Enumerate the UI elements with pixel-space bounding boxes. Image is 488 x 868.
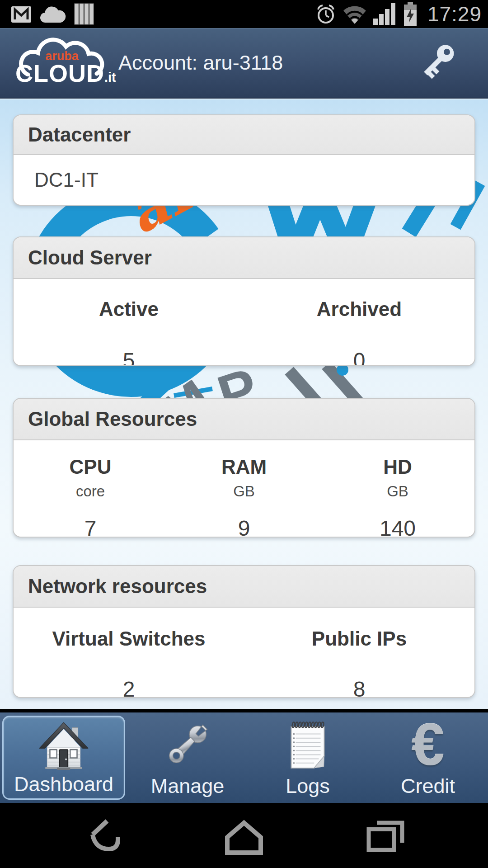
global-resources-card: Global Resources CPU core 7 RAM GB 9 HD …	[13, 398, 475, 538]
stat-archived-value: 0	[244, 349, 474, 366]
system-icons: 17:29	[315, 2, 482, 26]
gmail-icon	[11, 4, 32, 24]
notepad-icon	[285, 719, 330, 770]
datacenter-card-title: Datacenter	[14, 115, 474, 155]
stat-archived: Archived 0	[244, 298, 474, 365]
stat-ram: RAM GB 9	[167, 456, 321, 537]
back-icon	[84, 817, 133, 855]
aruba-cloud-logo: aruba CLOUD.it	[15, 33, 112, 93]
logo-word-text: CLOUD	[15, 59, 104, 87]
tab-logs[interactable]: Logs	[248, 712, 368, 803]
notification-icons	[11, 3, 95, 25]
signal-icon	[373, 3, 397, 25]
euro-icon: €	[411, 715, 444, 774]
status-bar: 17:29	[0, 0, 488, 28]
stat-virtual-switches-value: 2	[14, 677, 244, 698]
battery-charging-icon	[403, 2, 418, 26]
wrench-icon	[162, 719, 213, 770]
alarm-icon	[315, 4, 336, 24]
house-icon	[38, 719, 89, 771]
tab-credit[interactable]: € Credit	[368, 712, 488, 803]
stat-active-label: Active	[14, 298, 244, 321]
recents-icon	[361, 817, 411, 855]
tab-logs-label: Logs	[286, 775, 330, 797]
network-resources-card: Network resources Virtual Switches 2 Pub…	[13, 565, 475, 698]
tab-bar: Dashboard Ma	[0, 709, 488, 803]
tab-manage-label: Manage	[151, 775, 225, 797]
tab-credit-label: Credit	[401, 775, 455, 797]
dashboard-content: aruba M P Datacenter DC1-IT Cloud Server	[0, 99, 488, 709]
key-icon	[415, 40, 460, 85]
stat-cpu: CPU core 7	[14, 456, 167, 537]
stat-hd-value: 140	[321, 516, 474, 538]
network-resources-card-title: Network resources	[14, 566, 474, 608]
tab-dashboard-label: Dashboard	[14, 773, 113, 796]
status-time: 17:29	[427, 2, 482, 26]
tab-manage[interactable]: Manage	[127, 712, 248, 803]
logo-tld-text: .it	[104, 70, 116, 85]
stat-public-ips: Public IPs 8	[244, 627, 474, 697]
home-icon	[219, 817, 269, 855]
datacenter-row[interactable]: DC1-IT	[14, 155, 474, 205]
home-button[interactable]	[217, 816, 271, 857]
stat-cpu-value: 7	[14, 516, 167, 538]
app-header: aruba CLOUD.it Account: aru-3118	[0, 28, 488, 99]
stat-public-ips-value: 8	[244, 677, 474, 698]
key-button[interactable]	[414, 39, 461, 86]
stat-cpu-label: CPU	[14, 456, 167, 478]
android-nav-bar	[0, 803, 488, 868]
stat-hd: HD GB 140	[321, 456, 474, 537]
back-button[interactable]	[81, 816, 136, 857]
stat-active-value: 5	[14, 349, 244, 366]
stat-virtual-switches-label: Virtual Switches	[14, 627, 244, 650]
tab-dashboard[interactable]: Dashboard	[2, 716, 125, 800]
recents-button[interactable]	[359, 816, 413, 857]
wifi-icon	[343, 4, 367, 24]
stat-cpu-unit: core	[14, 483, 167, 500]
stat-active: Active 5	[14, 298, 244, 365]
datacenter-value: DC1-IT	[34, 169, 99, 191]
stat-public-ips-label: Public IPs	[244, 627, 474, 650]
stat-archived-label: Archived	[244, 298, 474, 321]
stat-hd-unit: GB	[321, 483, 474, 500]
screen: 17:29 aruba CLOUD.it Account: aru-3118	[0, 0, 488, 868]
stat-ram-value: 9	[167, 516, 321, 538]
cloud-server-card: Cloud Server Active 5 Archived 0	[13, 236, 475, 366]
stat-ram-unit: GB	[167, 483, 321, 500]
newsstand-icon	[74, 3, 95, 25]
account-title: Account: aru-3118	[118, 51, 283, 75]
global-resources-card-title: Global Resources	[14, 399, 474, 440]
cloud-icon	[40, 5, 66, 24]
stat-ram-label: RAM	[167, 456, 321, 478]
cloud-server-card-title: Cloud Server	[14, 237, 474, 279]
datacenter-card: Datacenter DC1-IT	[13, 114, 475, 206]
stat-virtual-switches: Virtual Switches 2	[14, 627, 244, 697]
stat-hd-label: HD	[321, 456, 474, 478]
